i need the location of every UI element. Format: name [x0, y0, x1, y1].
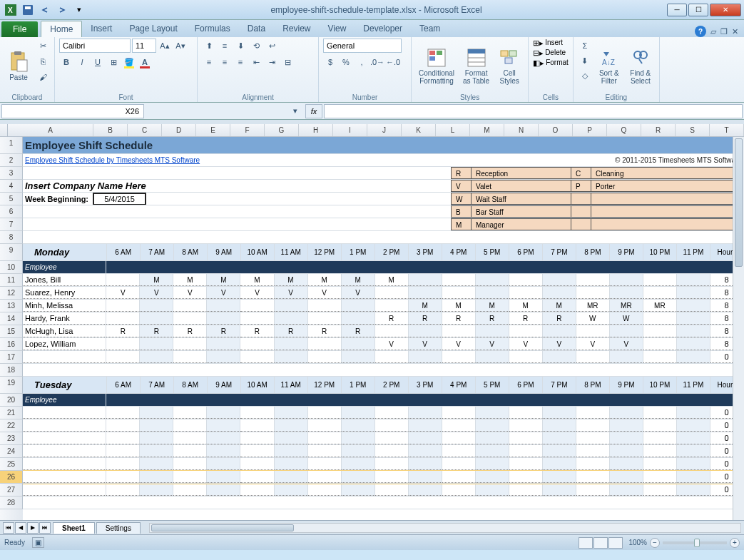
cell[interactable]: 7 AM	[141, 377, 174, 393]
cell[interactable]: 6 PM	[509, 377, 543, 393]
cell[interactable]: 12 PM	[308, 244, 342, 260]
cell[interactable]	[610, 325, 643, 337]
cell[interactable]	[240, 300, 274, 312]
cell[interactable]	[677, 312, 710, 325]
cell[interactable]: 8 AM	[174, 377, 208, 393]
cell[interactable]: 1 PM	[342, 377, 375, 393]
cell[interactable]	[140, 445, 173, 457]
cell[interactable]	[173, 471, 207, 483]
cell[interactable]	[409, 458, 442, 470]
cell[interactable]: Lopez, William	[23, 338, 106, 350]
zoom-out-icon[interactable]: −	[650, 538, 660, 548]
cell[interactable]	[275, 300, 308, 312]
cell[interactable]	[576, 261, 610, 273]
day-name[interactable]: Monday	[23, 244, 107, 260]
col-header[interactable]: F	[230, 124, 265, 136]
cell[interactable]: McHugh, Lisa	[23, 325, 106, 337]
cell[interactable]	[106, 458, 140, 470]
cell[interactable]: M	[140, 274, 173, 286]
cell[interactable]	[610, 261, 643, 273]
cell[interactable]	[476, 484, 509, 496]
cell[interactable]	[375, 394, 409, 406]
cell[interactable]	[308, 351, 342, 363]
cell[interactable]	[442, 325, 476, 337]
col-header[interactable]: P	[573, 124, 607, 136]
cell[interactable]	[610, 445, 643, 457]
cell[interactable]	[409, 445, 442, 457]
cell[interactable]	[308, 338, 342, 350]
cell[interactable]	[173, 419, 207, 432]
percent-icon[interactable]: %	[339, 55, 353, 69]
cell[interactable]	[23, 218, 451, 230]
zoom-level[interactable]: 100%	[628, 539, 647, 546]
align-middle-icon[interactable]: ≡	[218, 39, 232, 53]
cell[interactable]	[207, 458, 240, 470]
week-date[interactable]: 5/4/2015	[93, 193, 146, 205]
cell[interactable]	[106, 445, 140, 457]
cell[interactable]	[308, 432, 342, 444]
cell[interactable]	[140, 419, 173, 432]
cell[interactable]	[173, 394, 207, 406]
maximize-button[interactable]: ☐	[688, 4, 708, 16]
row-header[interactable]: 8	[0, 231, 23, 244]
comma-icon[interactable]: ,	[355, 55, 369, 69]
cell[interactable]: M	[509, 300, 543, 312]
cell[interactable]: Hardy, Frank	[23, 312, 106, 325]
cell[interactable]	[207, 394, 240, 406]
cell[interactable]	[275, 419, 308, 432]
cell[interactable]	[240, 445, 274, 457]
cell[interactable]	[677, 300, 710, 312]
cell[interactable]	[677, 419, 710, 432]
cell[interactable]	[476, 261, 509, 273]
cell[interactable]	[476, 351, 509, 363]
cell[interactable]	[476, 287, 509, 299]
row-header[interactable]: 20	[0, 394, 23, 407]
cell[interactable]	[375, 300, 409, 312]
cell[interactable]	[173, 312, 207, 325]
cell[interactable]	[375, 325, 409, 337]
cell[interactable]	[342, 394, 375, 406]
cell[interactable]	[207, 419, 240, 432]
window-restore-icon[interactable]: ❐	[720, 27, 728, 36]
cell[interactable]	[240, 419, 274, 432]
cell[interactable]	[677, 458, 710, 470]
cell[interactable]	[106, 312, 140, 325]
cell[interactable]	[576, 471, 610, 483]
cell[interactable]: R	[342, 325, 375, 337]
cell[interactable]: 6 AM	[107, 244, 141, 260]
cell[interactable]	[509, 458, 543, 470]
tab-data[interactable]: Data	[239, 21, 274, 37]
cell[interactable]	[576, 351, 610, 363]
cell[interactable]	[140, 312, 173, 325]
cell[interactable]	[106, 432, 140, 444]
cell[interactable]: 9 PM	[610, 377, 643, 393]
formula-input[interactable]	[324, 104, 743, 118]
cut-icon[interactable]: ✂	[36, 39, 50, 53]
cell[interactable]	[576, 325, 610, 337]
cell[interactable]: V	[308, 287, 342, 299]
cell[interactable]	[173, 351, 207, 363]
cell[interactable]	[610, 394, 643, 406]
cell[interactable]	[375, 351, 409, 363]
col-header[interactable]: E	[196, 124, 230, 136]
find-select-button[interactable]: Find & Select	[626, 39, 655, 93]
cell[interactable]: R	[173, 325, 207, 337]
cell[interactable]: 11 PM	[677, 377, 710, 393]
conditional-formatting-button[interactable]: Conditional Formatting	[416, 39, 457, 93]
cell[interactable]: M	[173, 274, 207, 286]
wrap-text-icon[interactable]: ↩	[265, 39, 279, 53]
col-header[interactable]: I	[333, 124, 367, 136]
cell[interactable]	[677, 338, 710, 350]
row-header[interactable]: 10	[0, 261, 23, 274]
cell[interactable]	[543, 471, 576, 483]
cell[interactable]	[476, 419, 509, 432]
align-bottom-icon[interactable]: ⬇	[233, 39, 248, 53]
col-header[interactable]: H	[299, 124, 333, 136]
cell[interactable]	[576, 394, 610, 406]
format-painter-icon[interactable]: 🖌	[36, 70, 50, 84]
cell[interactable]: Week Beginning: 5/4/2015	[23, 193, 451, 205]
cell[interactable]	[643, 484, 677, 496]
row-header[interactable]: 24	[0, 445, 23, 458]
cell[interactable]	[207, 351, 240, 363]
cell[interactable]	[677, 432, 710, 444]
